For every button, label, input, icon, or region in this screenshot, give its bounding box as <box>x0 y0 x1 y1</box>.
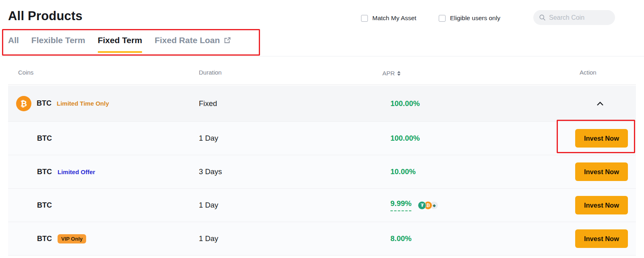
column-header-duration: Duration <box>199 69 222 76</box>
column-header-apr[interactable]: APR <box>382 70 400 77</box>
sort-icon[interactable] <box>397 71 400 76</box>
duration-value: Fixed <box>199 99 382 108</box>
apr-value: 100.00% <box>390 134 420 143</box>
tab-fixed-term[interactable]: Fixed Term <box>98 35 142 54</box>
duration-value: 1 Day <box>199 134 382 143</box>
invest-now-button[interactable]: Invest Now <box>575 229 628 248</box>
table-row[interactable]: BTC 1 Day 9.99% ₮ ₿ ◆ Invest Now <box>8 189 636 222</box>
vip-only-badge: VIP Only <box>58 234 86 243</box>
duration-value: 1 Day <box>199 201 382 210</box>
coin-name: BTC <box>37 235 52 243</box>
match-my-asset-checkbox[interactable]: Match My Asset <box>361 15 416 22</box>
tab-all[interactable]: All <box>8 35 19 54</box>
coin-name: BTC <box>37 99 52 108</box>
tab-flexible-term[interactable]: Flexible Term <box>31 35 85 54</box>
search-icon <box>539 14 546 21</box>
chevron-up-icon[interactable] <box>596 100 605 107</box>
coin-name: BTC <box>37 201 52 210</box>
header-divider <box>8 84 636 85</box>
limited-offer-tag: Limited Offer <box>58 169 95 175</box>
tabs-divider <box>0 56 644 56</box>
eligible-users-only-checkbox[interactable]: Eligible users only <box>439 15 500 22</box>
table-row[interactable]: BTC 1 Day 100.00% Invest Now <box>8 122 636 155</box>
bonus-coin-icons: ₮ ₿ ◆ <box>418 201 438 210</box>
table-row[interactable]: BTC VIP Only 1 Day 8.00% Invest Now <box>8 222 636 256</box>
usdt-icon: ₮ <box>418 201 426 210</box>
invest-now-button[interactable]: Invest Now <box>575 162 628 181</box>
limited-time-only-tag: Limited Time Only <box>57 100 109 107</box>
column-header-action: Action <box>580 69 597 76</box>
page-title: All Products <box>8 9 83 23</box>
coin-name: BTC <box>37 168 52 176</box>
apr-value: 100.00% <box>390 99 420 108</box>
coin-name: BTC <box>37 134 52 143</box>
duration-value: 3 Days <box>199 167 382 176</box>
checkbox-icon[interactable] <box>361 15 368 22</box>
apr-value: 10.00% <box>390 167 416 176</box>
products-table: ₿ BTC Limited Time Only Fixed 100.00% BT… <box>8 85 636 256</box>
btc-coin-icon: ₿ <box>16 96 31 111</box>
search-coin-box[interactable] <box>533 10 615 25</box>
apr-value: 8.00% <box>390 234 411 243</box>
duration-value: 1 Day <box>199 234 382 243</box>
apr-value-tooltip[interactable]: 9.99% <box>390 199 411 211</box>
tab-fixed-rate-loan[interactable]: Fixed Rate Loan <box>155 35 231 54</box>
apr-header-label: APR <box>382 70 395 77</box>
match-my-asset-label: Match My Asset <box>372 15 416 22</box>
column-header-coins: Coins <box>18 69 33 76</box>
product-tabs: All Flexible Term Fixed Term Fixed Rate … <box>8 35 231 54</box>
eligible-users-only-label: Eligible users only <box>450 15 500 22</box>
external-link-icon <box>223 36 231 44</box>
checkbox-icon[interactable] <box>439 15 446 22</box>
table-row[interactable]: ₿ BTC Limited Time Only Fixed 100.00% <box>8 85 636 122</box>
invest-now-button[interactable]: Invest Now <box>575 196 628 214</box>
table-row[interactable]: BTC Limited Offer 3 Days 10.00% Invest N… <box>8 155 636 189</box>
search-coin-input[interactable] <box>549 14 609 21</box>
tab-fixed-rate-loan-label: Fixed Rate Loan <box>155 35 220 45</box>
invest-now-button[interactable]: Invest Now <box>575 129 628 148</box>
